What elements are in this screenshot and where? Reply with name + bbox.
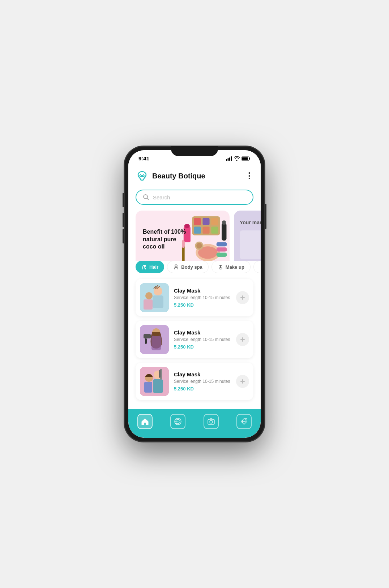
makeup-icon [218, 264, 223, 270]
tab-nail[interactable]: Nail [253, 261, 261, 273]
svg-rect-27 [217, 252, 227, 256]
tab-bodyspa-label: Body spa [181, 264, 202, 270]
svg-rect-12 [194, 226, 201, 233]
banner-card-1[interactable]: Benefit of 100% natural pure coco oil [136, 211, 230, 261]
search-placeholder: Search [153, 194, 170, 200]
service-img-svg-3 [140, 367, 169, 396]
service-toggle-1[interactable] [236, 291, 249, 304]
service-info-3: Clay Mask Service length 10-15 minutes 5… [174, 371, 231, 392]
nav-icon-camera-wrap [204, 414, 219, 429]
svg-rect-39 [144, 299, 153, 310]
svg-rect-58 [159, 370, 161, 378]
service-card-3[interactable]: Clay Mask Service length 10-15 minutes 5… [136, 363, 253, 400]
service-toggle-3[interactable] [236, 375, 249, 388]
chat-icon [174, 418, 182, 425]
phone-screen: 9:41 [128, 150, 261, 438]
app-header: Beauty Botique ⋮ [128, 164, 261, 187]
spa-icon [173, 264, 179, 270]
app-content: Beauty Botique ⋮ Search Benefit of [128, 164, 261, 409]
tag-icon [240, 418, 248, 425]
service-image-2 [140, 325, 169, 354]
status-time: 9:41 [138, 155, 149, 161]
battery-icon [241, 156, 251, 161]
svg-rect-25 [217, 242, 227, 246]
search-icon [143, 194, 149, 200]
header-left: Beauty Botique [136, 169, 205, 182]
svg-point-64 [179, 421, 179, 422]
service-duration-3: Service length 10-15 minutes [174, 379, 231, 384]
service-card-1[interactable]: Clay Mask Service length 10-15 minutes 5… [136, 279, 253, 316]
search-box[interactable]: Search [136, 190, 253, 205]
svg-point-24 [196, 243, 202, 248]
service-info-1: Clay Mask Service length 10-15 minutes 5… [174, 287, 231, 308]
svg-rect-14 [211, 226, 218, 233]
service-image-3 [140, 367, 169, 396]
service-toggle-2[interactable] [236, 333, 249, 346]
svg-rect-11 [211, 218, 218, 225]
tab-bodyspa[interactable]: Body spa [167, 261, 209, 273]
service-price-3: 5.250 KD [174, 386, 231, 392]
nav-icon-tag-wrap [236, 414, 252, 429]
nav-item-camera[interactable] [204, 414, 219, 429]
search-container: Search [128, 187, 261, 211]
add-icon-1 [240, 295, 245, 300]
status-icons [226, 156, 251, 161]
tab-hair[interactable]: Hair [136, 261, 164, 273]
banner-card-2[interactable]: Your manic [234, 211, 261, 261]
hair-icon [141, 264, 147, 270]
tab-hair-label: Hair [149, 264, 158, 270]
svg-rect-3 [231, 156, 232, 161]
banner-text-1: Benefit of 100% natural pure coco oil [143, 228, 190, 251]
home-icon [141, 418, 149, 425]
category-tabs: Hair Body spa M [128, 261, 261, 279]
service-duration-2: Service length 10-15 minutes [174, 337, 231, 342]
service-name-2: Clay Mask [174, 329, 231, 336]
svg-point-66 [210, 420, 213, 423]
service-name-3: Clay Mask [174, 371, 231, 377]
service-card-2[interactable]: Clay Mask Service length 10-15 minutes 5… [136, 321, 253, 358]
tab-makeup-label: Make up [226, 264, 244, 270]
notch [171, 146, 218, 156]
camera-icon [207, 418, 215, 425]
svg-rect-0 [226, 159, 227, 161]
bottom-nav [128, 409, 261, 438]
service-info-2: Clay Mask Service length 10-15 minutes 5… [174, 329, 231, 350]
svg-rect-48 [144, 334, 151, 338]
svg-rect-18 [222, 220, 226, 224]
svg-point-32 [219, 265, 222, 266]
service-list: Clay Mask Service length 10-15 minutes 5… [128, 279, 261, 409]
svg-point-16 [184, 224, 190, 228]
svg-rect-9 [194, 218, 201, 225]
svg-point-63 [178, 421, 178, 422]
svg-point-38 [145, 292, 153, 299]
service-img-svg-1 [140, 283, 169, 312]
svg-rect-54 [153, 379, 163, 393]
brand-logo [136, 169, 149, 182]
svg-rect-17 [222, 223, 226, 241]
signal-icon [226, 156, 232, 161]
nav-item-tag[interactable] [236, 414, 252, 429]
phone-frame: 9:41 [124, 146, 265, 442]
wifi-icon [234, 156, 240, 161]
nav-icon-home-wrap [137, 414, 153, 429]
nav-item-home[interactable] [137, 414, 153, 429]
svg-point-28 [144, 265, 146, 267]
svg-point-68 [245, 419, 246, 420]
nail-icon [260, 264, 261, 270]
nav-item-chat[interactable] [170, 414, 185, 429]
service-duration-1: Service length 10-15 minutes [174, 295, 231, 300]
svg-point-67 [213, 420, 213, 421]
menu-button[interactable]: ⋮ [245, 171, 253, 181]
svg-line-7 [147, 198, 149, 200]
service-img-svg-2 [140, 325, 169, 354]
service-price-2: 5.250 KD [174, 344, 231, 350]
service-image-1 [140, 283, 169, 312]
svg-rect-56 [144, 382, 152, 393]
svg-rect-37 [153, 295, 163, 308]
add-icon-2 [240, 337, 245, 342]
service-price-1: 5.250 KD [174, 302, 231, 308]
tab-makeup[interactable]: Make up [211, 261, 251, 273]
svg-rect-47 [151, 336, 161, 350]
svg-rect-26 [217, 247, 227, 251]
svg-rect-5 [242, 157, 248, 160]
